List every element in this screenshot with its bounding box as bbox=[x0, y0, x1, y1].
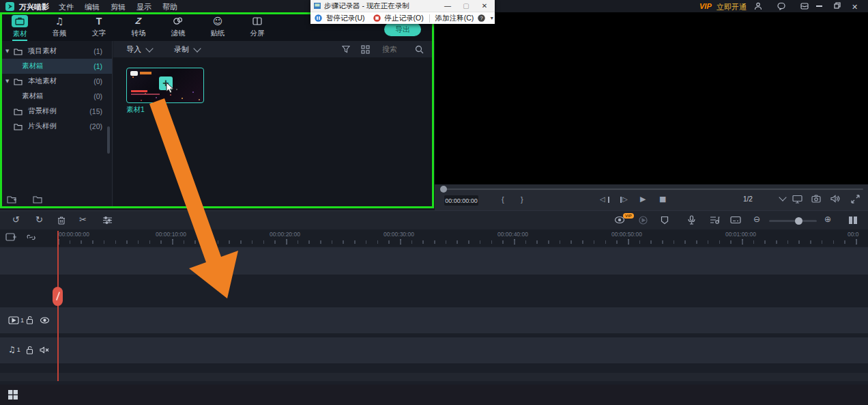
vip-upgrade-button[interactable]: 立即开通 bbox=[717, 2, 747, 12]
play-render-icon[interactable] bbox=[639, 216, 648, 225]
fit-timeline-icon[interactable] bbox=[848, 216, 858, 225]
video-track-lane[interactable]: 1 bbox=[0, 307, 868, 333]
tab-filter[interactable]: 滤镜 bbox=[158, 12, 198, 41]
preview-quality-value[interactable]: 1/2 bbox=[743, 195, 753, 203]
menu-help[interactable]: 帮助 bbox=[162, 2, 177, 12]
voiceover-mic-icon[interactable] bbox=[688, 215, 695, 225]
mark-out-button[interactable]: } bbox=[521, 195, 523, 204]
record-button[interactable]: 录制 bbox=[174, 44, 189, 55]
empty-track-lane[interactable] bbox=[0, 247, 868, 275]
vip-feature-badge: VIP bbox=[623, 213, 634, 219]
stop-record-button[interactable]: 停止记录(O) bbox=[385, 14, 424, 23]
filter-icon[interactable] bbox=[342, 45, 350, 53]
redo-icon[interactable]: ↻ bbox=[35, 215, 43, 224]
tab-media[interactable]: 素材 bbox=[0, 12, 40, 41]
playhead-line[interactable] bbox=[57, 231, 59, 381]
add-marker-icon[interactable] bbox=[5, 232, 17, 242]
tree-item-local-media[interactable]: ▼ 本地素材 (0) bbox=[0, 74, 112, 89]
menu-edit[interactable]: 编辑 bbox=[85, 2, 100, 12]
close-button[interactable]: ✕ bbox=[852, 3, 858, 12]
feedback-icon[interactable] bbox=[777, 2, 785, 10]
minimize-button[interactable] bbox=[816, 5, 822, 7]
mark-shield-icon[interactable] bbox=[661, 216, 669, 225]
tree-item-background-samples[interactable]: 背景样例 (15) bbox=[0, 104, 112, 119]
tree-item-intro-samples[interactable]: 片头样例 (20) bbox=[0, 119, 112, 134]
delete-bin-icon[interactable] bbox=[33, 195, 42, 204]
audio-mute-icon[interactable] bbox=[40, 346, 50, 354]
recorder-close-button[interactable]: ✕ bbox=[477, 2, 492, 10]
next-frame-button[interactable]: ▷ bbox=[622, 196, 628, 203]
subtitle-icon[interactable] bbox=[730, 216, 741, 224]
record-chevron-icon[interactable] bbox=[193, 44, 201, 52]
tree-item-media-bin-local[interactable]: 素材箱 (0) bbox=[0, 89, 112, 104]
recorder-minimize-button[interactable]: — bbox=[440, 2, 455, 10]
tab-transition[interactable]: Z 转场 bbox=[119, 12, 158, 41]
timeline-tracks-area[interactable]: 1 ♫ 1 bbox=[0, 246, 868, 385]
pause-record-button[interactable]: 暂停记录(U) bbox=[326, 14, 365, 23]
recorder-titlebar[interactable]: 步骤记录器 - 现在正在录制 — ▢ ✕ bbox=[310, 0, 495, 12]
split-scissors-icon[interactable]: ✂ bbox=[79, 215, 87, 224]
timeline-hscrollbar[interactable] bbox=[0, 373, 868, 381]
fullscreen-icon[interactable] bbox=[851, 195, 860, 204]
display-device-icon[interactable] bbox=[792, 195, 802, 204]
zoom-slider-handle[interactable] bbox=[795, 217, 802, 225]
undo-icon[interactable]: ↺ bbox=[12, 215, 20, 224]
vip-icon[interactable]: VIP bbox=[699, 2, 712, 10]
timeline-zoom-slider[interactable] bbox=[769, 220, 817, 222]
link-clips-icon[interactable] bbox=[26, 234, 36, 241]
tab-splitscreen[interactable]: 分屏 bbox=[237, 12, 277, 41]
tab-sticker[interactable]: ☺ 贴纸 bbox=[198, 12, 237, 41]
menu-clip[interactable]: 剪辑 bbox=[111, 2, 126, 12]
help-icon[interactable]: ? bbox=[478, 14, 485, 22]
previous-frame-button[interactable]: ◁ bbox=[600, 196, 605, 203]
restore-button[interactable] bbox=[834, 2, 841, 9]
svg-text:?: ? bbox=[480, 15, 483, 21]
tab-audio[interactable]: ♫ 音频 bbox=[40, 12, 79, 41]
import-chevron-icon[interactable] bbox=[145, 44, 153, 52]
audio-track-icon: ♫ bbox=[8, 346, 16, 354]
video-visibility-eye-icon[interactable] bbox=[40, 317, 50, 324]
import-button[interactable]: 导入 bbox=[126, 44, 141, 55]
resource-box-icon[interactable] bbox=[800, 2, 809, 10]
export-button[interactable]: 导出 bbox=[384, 23, 421, 36]
search-icon[interactable] bbox=[415, 45, 424, 54]
preview-seekbar[interactable] bbox=[440, 188, 863, 190]
video-lock-icon[interactable] bbox=[26, 316, 33, 324]
audio-mixer-icon[interactable] bbox=[710, 216, 720, 224]
adjust-properties-icon[interactable] bbox=[102, 217, 113, 224]
clip-name-label[interactable]: 素材1 bbox=[126, 105, 145, 115]
snapshot-camera-icon[interactable] bbox=[811, 195, 821, 203]
tree-count: (1) bbox=[93, 47, 102, 55]
volume-icon[interactable] bbox=[830, 195, 840, 203]
delete-icon[interactable] bbox=[57, 216, 66, 225]
preview-controls: 00:00:00:00 { } ◁ ▷ ▶ ■ 1/2 bbox=[435, 184, 868, 210]
start-button[interactable] bbox=[8, 390, 18, 400]
media-search-input[interactable] bbox=[381, 44, 415, 54]
play-button[interactable]: ▶ bbox=[640, 195, 646, 203]
caret-down-icon[interactable]: ▼ bbox=[5, 79, 14, 84]
account-icon[interactable] bbox=[754, 2, 762, 10]
tree-scrollbar[interactable] bbox=[107, 126, 110, 154]
stop-button[interactable]: ■ bbox=[659, 195, 666, 203]
audio-track-lane[interactable]: ♫ 1 bbox=[0, 337, 868, 363]
menu-view[interactable]: 显示 bbox=[136, 2, 151, 12]
grid-view-icon[interactable] bbox=[361, 45, 370, 54]
caret-down-icon[interactable]: ▼ bbox=[5, 49, 14, 54]
tree-item-project-media[interactable]: ▼ 项目素材 (1) bbox=[0, 44, 112, 59]
menu-file[interactable]: 文件 bbox=[59, 2, 74, 12]
tree-count: (0) bbox=[93, 77, 102, 85]
quality-chevron-icon[interactable] bbox=[779, 193, 786, 201]
add-comment-button[interactable]: 添加注释(C) bbox=[435, 14, 474, 23]
zoom-out-icon[interactable]: ⊖ bbox=[753, 215, 760, 223]
preview-seek-handle[interactable] bbox=[440, 186, 447, 193]
mark-in-button[interactable]: { bbox=[502, 195, 504, 204]
audio-lock-icon[interactable] bbox=[26, 346, 33, 354]
add-bin-icon[interactable] bbox=[7, 195, 18, 204]
zoom-in-icon[interactable]: ⊕ bbox=[824, 215, 831, 223]
tab-text[interactable]: T 文字 bbox=[79, 12, 119, 41]
recorder-maximize-button[interactable]: ▢ bbox=[459, 2, 474, 10]
tab-label: 滤镜 bbox=[171, 29, 186, 38]
playhead-grip[interactable] bbox=[53, 287, 63, 306]
tree-item-media-bin-project[interactable]: 素材箱 (1) bbox=[0, 59, 112, 74]
help-chevron-icon[interactable]: ▼ bbox=[489, 16, 494, 20]
